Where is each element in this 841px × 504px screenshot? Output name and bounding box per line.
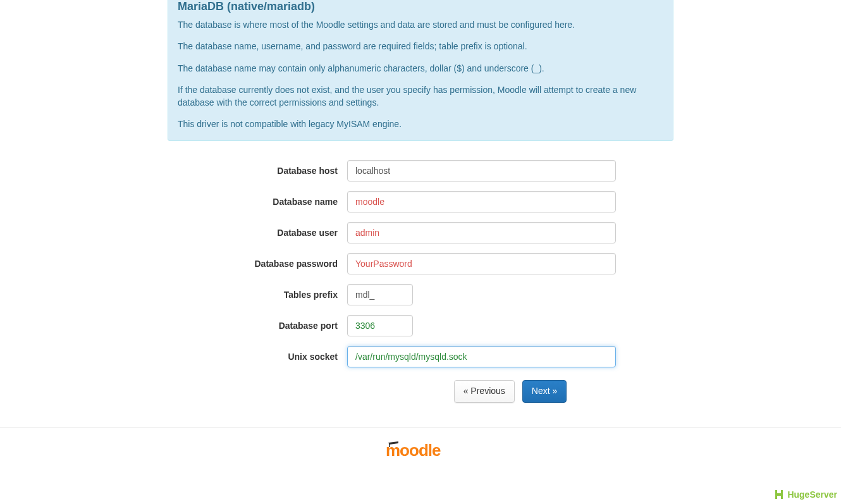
info-paragraph-5: This driver is not compatible with legac… (178, 118, 663, 130)
label-prefix: Tables prefix (168, 290, 347, 300)
moodle-logo: moodle (0, 440, 841, 459)
label-dbname: Database name (168, 197, 347, 207)
svg-text:moodle: moodle (386, 441, 441, 459)
form-row-dbname: Database name (168, 191, 673, 212)
hugeserver-badge[interactable]: HugeServer (773, 489, 837, 500)
info-paragraph-2: The database name, username, and passwor… (178, 40, 663, 52)
info-paragraph-1: The database is where most of the Moodle… (178, 18, 663, 31)
form-row-dbport: Database port (168, 315, 673, 336)
input-dbhost[interactable] (347, 160, 616, 181)
hugeserver-icon (773, 489, 785, 500)
footer-divider (0, 427, 841, 427)
label-socket: Unix socket (168, 352, 347, 362)
info-heading: MariaDB (native/mariadb) (178, 0, 663, 13)
input-dbpass[interactable] (347, 253, 616, 274)
database-settings-form: Database host Database name Database use… (168, 160, 673, 403)
input-dbname[interactable] (347, 191, 616, 212)
label-dbuser: Database user (168, 228, 347, 238)
previous-button[interactable]: « Previous (454, 380, 515, 403)
form-row-dbhost: Database host (168, 160, 673, 181)
button-row: « Previous Next » (168, 380, 673, 403)
label-dbhost: Database host (168, 166, 347, 176)
label-dbport: Database port (168, 321, 347, 331)
input-dbport[interactable] (347, 315, 413, 336)
database-info-panel: MariaDB (native/mariadb) The database is… (168, 0, 673, 141)
form-row-dbuser: Database user (168, 222, 673, 243)
form-row-socket: Unix socket (168, 346, 673, 367)
label-dbpass: Database password (168, 259, 347, 269)
input-dbuser[interactable] (347, 222, 616, 243)
form-row-prefix: Tables prefix (168, 284, 673, 305)
info-paragraph-4: If the database currently does not exist… (178, 83, 663, 109)
info-paragraph-3: The database name may contain only alpha… (178, 62, 663, 75)
input-socket[interactable] (347, 346, 616, 367)
form-row-dbpass: Database password (168, 253, 673, 274)
input-prefix[interactable] (347, 284, 413, 305)
hugeserver-label: HugeServer (787, 489, 837, 500)
next-button[interactable]: Next » (522, 380, 567, 403)
